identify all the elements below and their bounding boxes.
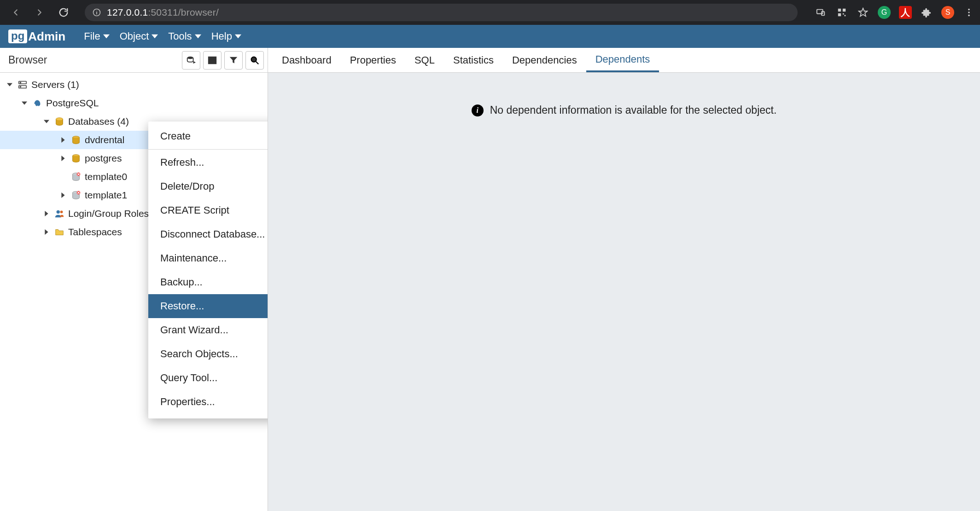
databases-icon: [54, 116, 64, 127]
svg-marker-19: [193, 61, 196, 64]
sidebar-header: Browser: [0, 48, 268, 73]
svg-marker-14: [103, 35, 110, 38]
menu-tools[interactable]: Tools: [168, 30, 201, 42]
menu-object[interactable]: Object: [120, 30, 158, 42]
tree-label: PostgreSQL: [46, 98, 99, 109]
bookmark-star-icon[interactable]: [857, 6, 869, 19]
context-disconnect[interactable]: Disconnect Database...: [148, 222, 268, 246]
tree-postgresql[interactable]: PostgreSQL: [0, 94, 268, 112]
device-icon[interactable]: [814, 6, 827, 19]
context-create[interactable]: Create: [148, 124, 268, 148]
tab-properties[interactable]: Properties: [341, 48, 405, 72]
tree-servers[interactable]: Servers (1): [0, 75, 268, 94]
sidebar: Browser Servers (1) PostgreSQL: [0, 48, 268, 511]
nav-forward-button[interactable]: [33, 6, 46, 19]
pgadmin-menubar: pgAdmin File Object Tools Help: [0, 25, 980, 48]
context-grant-wizard[interactable]: Grant Wizard...: [148, 318, 268, 342]
svg-point-51: [60, 210, 63, 213]
context-properties[interactable]: Properties...: [148, 390, 268, 414]
context-item-label: Create: [160, 130, 191, 142]
info-icon: i: [472, 105, 484, 116]
chevron-down-icon: [42, 119, 51, 124]
svg-point-11: [968, 9, 970, 11]
chevron-right-icon: [42, 229, 51, 235]
context-item-label: Maintenance...: [160, 252, 227, 264]
tree-label: postgres: [85, 153, 122, 164]
kebab-menu-icon[interactable]: [962, 6, 975, 19]
context-backup[interactable]: Backup...: [148, 270, 268, 294]
svg-marker-36: [61, 137, 64, 143]
svg-point-25: [251, 57, 257, 62]
folder-icon: [54, 227, 64, 237]
context-refresh[interactable]: Refresh...: [148, 151, 268, 174]
context-delete[interactable]: Delete/Drop: [148, 174, 268, 198]
logo-pg-box: pg: [8, 29, 27, 43]
tab-dependencies[interactable]: Dependencies: [503, 48, 586, 72]
svg-marker-49: [45, 211, 48, 216]
extension-adobe-icon[interactable]: 人: [899, 6, 912, 19]
view-data-button[interactable]: [203, 51, 222, 70]
address-bar[interactable]: 127.0.0.1:50311/browser/: [85, 4, 798, 21]
search-objects-button[interactable]: [245, 51, 264, 70]
chrome-right-icons: G 人 S: [814, 6, 975, 19]
tab-sql[interactable]: SQL: [405, 48, 444, 72]
context-item-label: Properties...: [160, 396, 215, 408]
tab-statistics[interactable]: Statistics: [444, 48, 503, 72]
chevron-right-icon: [59, 192, 67, 198]
context-create-script[interactable]: CREATE Script: [148, 198, 268, 222]
svg-point-31: [20, 87, 21, 87]
tree-label: dvdrental: [85, 134, 124, 145]
tree-label: Tablespaces: [68, 226, 122, 238]
context-item-label: CREATE Script: [160, 204, 229, 216]
context-item-label: Refresh...: [160, 157, 204, 168]
tree-label: template1: [85, 190, 127, 201]
context-separator: [148, 149, 268, 150]
nav-reload-button[interactable]: [57, 6, 70, 19]
tab-dashboard[interactable]: Dashboard: [273, 48, 341, 72]
qr-icon[interactable]: [835, 6, 848, 19]
logo-admin-text: Admin: [28, 29, 65, 44]
svg-marker-15: [152, 35, 158, 38]
svg-point-18: [187, 56, 193, 59]
tree-label: Login/Group Roles: [68, 208, 149, 219]
empty-message-text: No dependent information is available fo…: [490, 104, 777, 116]
svg-point-13: [968, 15, 970, 17]
filter-rows-button[interactable]: [224, 51, 243, 70]
menu-file[interactable]: File: [84, 30, 109, 42]
empty-message: i No dependent information is available …: [472, 104, 777, 116]
svg-point-30: [20, 82, 21, 83]
tab-dependents[interactable]: Dependents: [586, 48, 659, 72]
nav-back-button[interactable]: [9, 6, 22, 19]
menu-help[interactable]: Help: [211, 30, 241, 42]
svg-rect-6: [843, 9, 846, 12]
main-split: Browser Servers (1) PostgreSQL: [0, 48, 980, 511]
context-item-label: Query Tool...: [160, 372, 217, 384]
svg-marker-44: [61, 192, 64, 198]
extension-grammarly-icon[interactable]: G: [878, 6, 891, 19]
object-tree: Servers (1) PostgreSQL Databases (4) dvd…: [0, 73, 268, 511]
svg-marker-16: [195, 35, 201, 38]
extensions-puzzle-icon[interactable]: [920, 6, 933, 19]
context-item-label: Delete/Drop: [160, 180, 214, 192]
users-icon: [54, 209, 64, 219]
context-restore[interactable]: Restore...: [148, 294, 268, 318]
context-item-label: Search Objects...: [160, 348, 238, 360]
context-query-tool[interactable]: Query Tool...: [148, 366, 268, 390]
svg-line-26: [256, 61, 259, 64]
query-tool-button[interactable]: [182, 51, 200, 70]
chevron-right-icon: [42, 211, 51, 216]
context-item-label: Disconnect Database...: [160, 228, 265, 240]
elephant-icon: [32, 98, 42, 108]
content-area: Dashboard Properties SQL Statistics Depe…: [268, 48, 980, 511]
svg-rect-5: [838, 9, 841, 12]
context-search-objects[interactable]: Search Objects...: [148, 342, 268, 366]
database-icon: [71, 135, 81, 145]
context-maintenance[interactable]: Maintenance...: [148, 246, 268, 270]
tree-label: Servers (1): [31, 79, 79, 90]
database-disabled-icon: [71, 190, 81, 200]
chevron-down-icon: [6, 82, 14, 87]
tree-label: Databases (4): [68, 116, 129, 127]
url-text: 127.0.0.1:50311/browser/: [107, 7, 219, 18]
sidebar-title: Browser: [8, 54, 47, 66]
profile-avatar[interactable]: S: [941, 6, 954, 19]
